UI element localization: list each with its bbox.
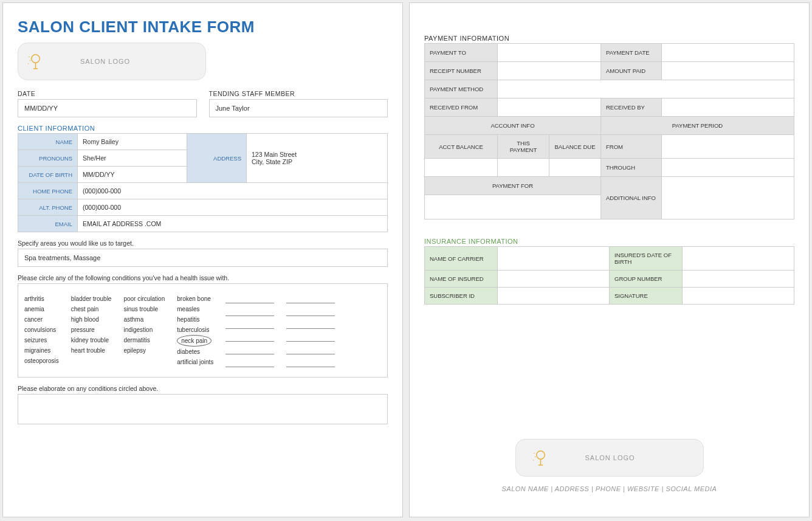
balance-due-label: BALANCE DUE [549,135,601,159]
account-info-label: ACCOUNT INFO [425,117,601,135]
additional-info-value[interactable] [662,177,794,219]
target-input[interactable]: Spa treatments, Massage [18,249,388,267]
condition-item[interactable]: hepatitis [177,314,213,325]
received-by-label: RECEIVED BY [601,98,662,117]
condition-item[interactable]: diabetes [177,347,213,357]
insured-name-value[interactable] [498,271,610,288]
condition-item[interactable]: neck pain [177,335,213,347]
received-from-value[interactable] [498,98,601,117]
dob-label: DATE OF BIRTH [18,167,78,183]
group-number-value[interactable] [683,271,794,288]
pronouns-value[interactable]: She/Her [78,150,187,167]
condition-item[interactable]: asthma [123,314,165,325]
subscriber-id-value[interactable] [498,288,610,305]
insurance-info-title: INSURANCE INFORMATION [424,238,794,245]
homephone-value[interactable]: (000)000-000 [78,183,388,199]
logo-text: SALON LOGO [80,58,130,65]
name-label: NAME [18,134,78,150]
condition-item[interactable]: bladder trouble [71,294,112,304]
condition-item[interactable]: pressure [71,325,112,335]
balance-due-value[interactable] [549,159,601,177]
carrier-label: NAME OF CARRIER [425,247,498,271]
condition-item[interactable]: chest pain [71,304,112,314]
carrier-value[interactable] [498,247,610,271]
condition-item[interactable]: anemia [24,304,59,314]
address-value[interactable]: 123 Main StreetCity, State ZIP [247,134,388,183]
altphone-value[interactable]: (000)000-000 [78,199,388,216]
signature-label: SIGNATURE [610,288,683,305]
staff-label: TENDING STAFF MEMBER [209,90,388,97]
condition-circled[interactable]: neck pain [177,335,212,347]
salon-logo-box: SALON LOGO [18,43,206,80]
condition-item[interactable]: dermatitis [123,335,165,345]
staff-input[interactable]: June Taylor [209,99,388,117]
this-payment-value[interactable] [498,159,549,177]
mirror-icon [531,449,549,467]
dob-value[interactable]: MM/DD/YY [78,167,187,183]
condition-item[interactable]: epilepsy [123,345,165,356]
payment-period-label: PAYMENT PERIOD [601,117,794,135]
condition-item[interactable]: measles [177,304,213,314]
amount-paid-label: AMOUNT PAID [601,62,662,80]
condition-item[interactable]: arthritis [24,294,59,304]
page-1: SALON CLIENT INTAKE FORM SALON LOGO DATE… [2,2,403,517]
subscriber-id-label: SUBSCRIBER ID [425,288,498,305]
additional-info-label: ADDITIONAL INFO [601,177,662,219]
payment-for-label: PAYMENT FOR [425,177,601,195]
svg-point-5 [28,63,29,64]
blank-col-1[interactable] [225,294,274,367]
svg-point-6 [536,451,545,460]
payment-method-label: PAYMENT METHOD [425,80,498,98]
salon-logo-box-footer: SALON LOGO [515,439,704,477]
name-value[interactable]: Romy Bailey [78,134,187,150]
amount-paid-value[interactable] [662,62,794,80]
condition-item[interactable]: osteoporosis [24,356,59,366]
address-label: ADDRESS [187,134,247,183]
received-by-value[interactable] [662,98,794,117]
client-info-title: CLIENT INFORMATION [18,125,388,132]
condition-item[interactable]: sinus trouble [123,304,165,314]
through-label: THROUGH [601,159,662,177]
signature-value[interactable] [683,288,794,305]
cond-col-4: broken bonemeasleshepatitistuberculosisn… [177,294,213,367]
condition-item[interactable]: kidney trouble [71,335,112,345]
page-2: PAYMENT INFORMATION PAYMENT TO PAYMENT D… [409,2,810,517]
condition-item[interactable]: convulsions [24,325,59,335]
date-input[interactable]: MM/DD/YY [18,99,197,117]
conditions-prompt: Please circle any of the following condi… [18,274,388,281]
condition-item[interactable]: indigestion [123,325,165,335]
payment-for-value[interactable] [425,195,601,219]
condition-item[interactable]: artificial joints [177,357,213,367]
svg-point-10 [534,457,535,458]
insurance-table: NAME OF CARRIER INSURED'S DATE OF BIRTH … [424,246,794,305]
blank-col-2[interactable] [286,294,335,367]
condition-item[interactable]: cancer [24,314,59,325]
email-value[interactable]: EMAIL AT ADDRESS .COM [78,216,388,232]
elaborate-input[interactable] [18,394,388,424]
email-label: EMAIL [18,216,78,232]
acct-balance-value[interactable] [425,159,498,177]
elaborate-prompt: Please elaborate on any conditions circl… [18,385,388,392]
payment-method-value[interactable] [498,80,794,98]
svg-point-9 [534,453,535,454]
from-value[interactable] [662,135,794,159]
pronouns-label: PRONOUNS [18,150,78,167]
insured-dob-value[interactable] [683,247,794,271]
through-value[interactable] [662,159,794,177]
condition-item[interactable]: heart trouble [71,345,112,356]
condition-item[interactable]: seizures [24,335,59,345]
payment-date-value[interactable] [662,44,794,62]
cond-col-3: poor circulationsinus troubleasthmaindig… [123,294,165,367]
homephone-label: HOME PHONE [18,183,78,199]
payment-table: PAYMENT TO PAYMENT DATE RECEIPT NUMBER A… [424,43,794,219]
condition-item[interactable]: poor circulation [123,294,165,304]
condition-item[interactable]: broken bone [177,294,213,304]
svg-point-11 [532,460,534,461]
target-prompt: Specify areas you would like us to targe… [18,240,388,247]
condition-item[interactable]: high blood [71,314,112,325]
form-title: SALON CLIENT INTAKE FORM [18,18,388,36]
condition-item[interactable]: migraines [24,345,59,356]
payment-to-value[interactable] [498,44,601,62]
condition-item[interactable]: tuberculosis [177,325,213,335]
receipt-number-value[interactable] [498,62,601,80]
